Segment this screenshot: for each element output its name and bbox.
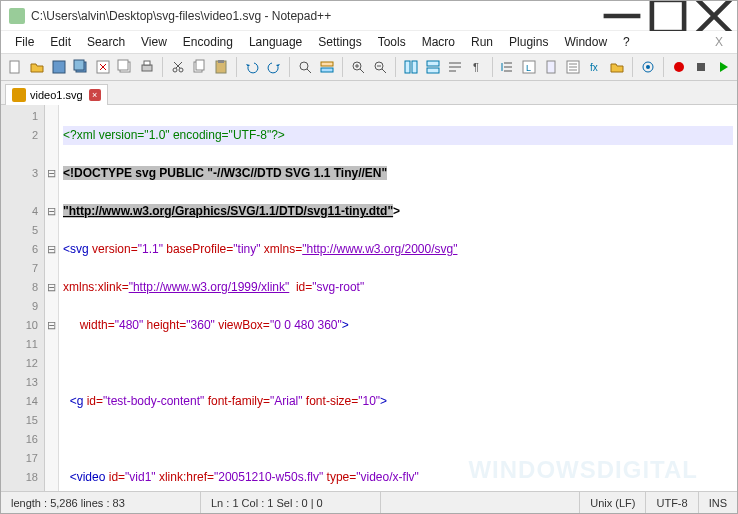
svg-rect-4 xyxy=(10,61,19,73)
file-type-icon xyxy=(12,88,26,102)
undo-button[interactable] xyxy=(242,56,262,78)
app-icon xyxy=(9,8,25,24)
monitoring-button[interactable] xyxy=(638,56,658,78)
cut-button[interactable] xyxy=(168,56,188,78)
menu-view[interactable]: View xyxy=(133,33,175,51)
fold-gutter xyxy=(45,105,59,491)
fold-toggle[interactable] xyxy=(45,164,58,183)
minimize-button[interactable] xyxy=(599,1,645,31)
save-button[interactable] xyxy=(49,56,69,78)
svg-point-15 xyxy=(173,68,177,72)
indent-guide-button[interactable] xyxy=(497,56,517,78)
svg-text:¶: ¶ xyxy=(473,61,479,73)
status-encoding[interactable]: UTF-8 xyxy=(646,492,698,513)
svg-rect-13 xyxy=(142,65,152,71)
toolbar-divider xyxy=(395,57,396,77)
status-length: length : 5,286 lines : 83 xyxy=(1,492,201,513)
svg-rect-35 xyxy=(412,61,417,73)
toolbar-divider xyxy=(632,57,633,77)
menu-encoding[interactable]: Encoding xyxy=(175,33,241,51)
title-bar: C:\Users\alvin\Desktop\svg-files\video1.… xyxy=(1,1,737,31)
print-button[interactable] xyxy=(137,56,157,78)
svg-rect-14 xyxy=(144,61,150,65)
code-area[interactable]: <?xml version="1.0" encoding="UTF-8"?> <… xyxy=(59,105,737,491)
paste-button[interactable] xyxy=(211,56,231,78)
svg-rect-22 xyxy=(218,60,224,63)
udl-button[interactable]: L xyxy=(519,56,539,78)
menu-run[interactable]: Run xyxy=(463,33,501,51)
func-list-button[interactable]: fx xyxy=(585,56,605,78)
fold-toggle[interactable] xyxy=(45,316,58,335)
toolbar-divider xyxy=(162,57,163,77)
doc-list-button[interactable] xyxy=(563,56,583,78)
svg-text:fx: fx xyxy=(590,62,598,73)
toolbar-divider xyxy=(492,57,493,77)
new-file-button[interactable] xyxy=(5,56,25,78)
svg-rect-12 xyxy=(118,60,128,70)
toolbar-divider xyxy=(342,57,343,77)
svg-rect-34 xyxy=(405,61,410,73)
close-all-button[interactable] xyxy=(115,56,135,78)
show-all-chars-button[interactable]: ¶ xyxy=(467,56,487,78)
svg-rect-48 xyxy=(547,61,555,73)
svg-point-56 xyxy=(674,62,684,72)
maximize-button[interactable] xyxy=(645,1,691,31)
record-macro-button[interactable] xyxy=(669,56,689,78)
stop-macro-button[interactable] xyxy=(691,56,711,78)
toolbar-divider xyxy=(236,57,237,77)
status-position: Ln : 1 Col : 1 Sel : 0 | 0 xyxy=(201,492,381,513)
svg-rect-25 xyxy=(321,62,333,66)
folder-button[interactable] xyxy=(607,56,627,78)
menu-file[interactable]: File xyxy=(7,33,42,51)
close-button[interactable] xyxy=(691,1,737,31)
toolbar-divider xyxy=(663,57,664,77)
window-title: C:\Users\alvin\Desktop\svg-files\video1.… xyxy=(31,9,599,23)
status-mode[interactable]: INS xyxy=(699,492,737,513)
toolbar-divider xyxy=(289,57,290,77)
menu-macro[interactable]: Macro xyxy=(414,33,463,51)
find-button[interactable] xyxy=(295,56,315,78)
fold-toggle[interactable] xyxy=(45,202,58,221)
menu-language[interactable]: Language xyxy=(241,33,310,51)
copy-button[interactable] xyxy=(190,56,210,78)
zoom-in-button[interactable] xyxy=(348,56,368,78)
open-file-button[interactable] xyxy=(27,56,47,78)
svg-rect-5 xyxy=(53,61,65,73)
zoom-out-button[interactable] xyxy=(370,56,390,78)
tab-video1[interactable]: video1.svg × xyxy=(5,84,108,105)
tab-close-icon[interactable]: × xyxy=(89,89,101,101)
editor-area: 1234567891011121314151617181920 <?xml ve… xyxy=(1,105,737,491)
play-macro-button[interactable] xyxy=(713,56,733,78)
replace-button[interactable] xyxy=(317,56,337,78)
svg-rect-20 xyxy=(196,60,204,70)
menu-edit[interactable]: Edit xyxy=(42,33,79,51)
toolbar: ¶ L fx xyxy=(1,53,737,81)
sync-h-button[interactable] xyxy=(423,56,443,78)
svg-rect-26 xyxy=(321,68,333,72)
menubar-close-icon[interactable]: X xyxy=(707,33,731,51)
menu-help[interactable]: ? xyxy=(615,33,638,51)
svg-point-16 xyxy=(179,68,183,72)
svg-line-32 xyxy=(382,69,386,73)
word-wrap-button[interactable] xyxy=(445,56,465,78)
svg-point-55 xyxy=(646,65,650,69)
svg-rect-36 xyxy=(427,61,439,66)
fold-toggle[interactable] xyxy=(45,240,58,259)
save-all-button[interactable] xyxy=(71,56,91,78)
tab-label: video1.svg xyxy=(30,89,83,101)
sync-v-button[interactable] xyxy=(401,56,421,78)
fold-toggle[interactable] xyxy=(45,278,58,297)
status-bar: length : 5,286 lines : 83 Ln : 1 Col : 1… xyxy=(1,491,737,513)
svg-rect-57 xyxy=(697,63,705,71)
menu-tools[interactable]: Tools xyxy=(370,33,414,51)
svg-point-23 xyxy=(300,62,308,70)
menu-window[interactable]: Window xyxy=(556,33,615,51)
redo-button[interactable] xyxy=(264,56,284,78)
close-file-button[interactable] xyxy=(93,56,113,78)
menu-search[interactable]: Search xyxy=(79,33,133,51)
menu-plugins[interactable]: Plugins xyxy=(501,33,556,51)
menu-settings[interactable]: Settings xyxy=(310,33,369,51)
tab-bar: video1.svg × xyxy=(1,81,737,105)
status-eol[interactable]: Unix (LF) xyxy=(580,492,646,513)
doc-map-button[interactable] xyxy=(541,56,561,78)
